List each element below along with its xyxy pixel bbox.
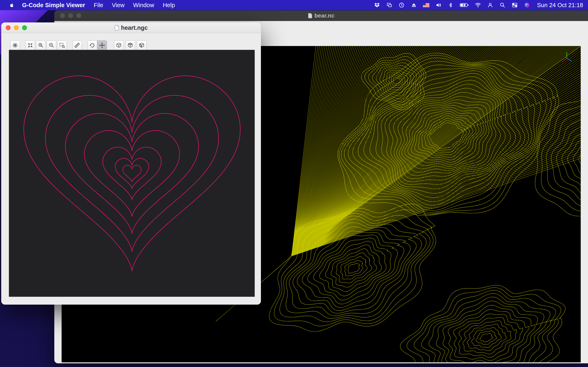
ruler-icon	[74, 42, 80, 48]
view-front-button[interactable]	[137, 40, 147, 50]
dropbox-icon[interactable]	[374, 2, 380, 8]
pan-arrows-icon	[99, 42, 105, 48]
assistant-icon[interactable]	[523, 2, 530, 8]
apple-menu-icon[interactable]	[8, 2, 16, 8]
settings-button[interactable]	[10, 40, 20, 50]
fit-view-button[interactable]	[25, 40, 35, 50]
axis-indicator-icon	[560, 50, 573, 64]
volume-icon[interactable]	[435, 2, 442, 8]
zoom-rect-button[interactable]	[57, 40, 67, 50]
cube-front-icon	[139, 42, 145, 48]
menubar-clock[interactable]: Sun 24 Oct 21:18	[537, 2, 583, 8]
rotate-icon	[89, 42, 95, 48]
zoom-in-button[interactable]	[36, 40, 46, 50]
us-flag-icon[interactable]	[423, 2, 430, 8]
app-menu-title[interactable]: G-Code Simple Viewer	[22, 2, 85, 8]
zoom-out-button[interactable]	[47, 40, 56, 50]
search-icon[interactable]	[499, 2, 506, 8]
menu-file[interactable]: File	[94, 2, 103, 8]
battery-charging-icon[interactable]	[459, 2, 469, 8]
zoom-rect-icon	[59, 42, 65, 48]
screen-mirroring-icon[interactable]	[386, 2, 393, 8]
bluetooth-icon[interactable]	[447, 2, 454, 8]
view-top-button[interactable]	[125, 40, 135, 50]
heart-title-text: heart.ngc	[121, 25, 148, 31]
control-center-icon[interactable]	[511, 2, 518, 8]
fit-arrows-icon	[27, 42, 33, 48]
menu-help[interactable]: Help	[163, 2, 175, 8]
eject-icon[interactable]	[410, 2, 417, 8]
menu-view[interactable]: View	[112, 2, 125, 8]
heart-window-title: heart.ngc	[1, 22, 261, 33]
zoom-in-icon	[38, 42, 44, 48]
heart-toolpath-plot	[9, 50, 255, 297]
cube-top-icon	[127, 42, 133, 48]
menubar: G-Code Simple Viewer File View Window He…	[0, 0, 588, 10]
clock-icon[interactable]	[398, 2, 405, 8]
user-icon[interactable]	[487, 2, 494, 8]
document-icon	[114, 25, 119, 30]
zoom-out-icon	[48, 42, 54, 48]
gear-icon	[12, 42, 18, 48]
rotate-button[interactable]	[87, 40, 97, 50]
menu-window[interactable]: Window	[133, 2, 154, 8]
heart-gcode-canvas[interactable]	[9, 50, 255, 297]
document-icon	[308, 13, 312, 18]
bear-title-text: bear.nc	[314, 12, 334, 19]
wifi-icon[interactable]	[475, 2, 481, 8]
window-heart[interactable]: heart.ngc	[1, 22, 261, 305]
pan-button[interactable]	[97, 40, 107, 50]
measure-button[interactable]	[72, 40, 82, 50]
bear-titlebar[interactable]: bear.nc	[54, 10, 588, 21]
cube-perspective-icon	[116, 42, 122, 48]
bear-window-title: bear.nc	[54, 12, 588, 19]
view-perspective-button[interactable]	[114, 40, 124, 50]
